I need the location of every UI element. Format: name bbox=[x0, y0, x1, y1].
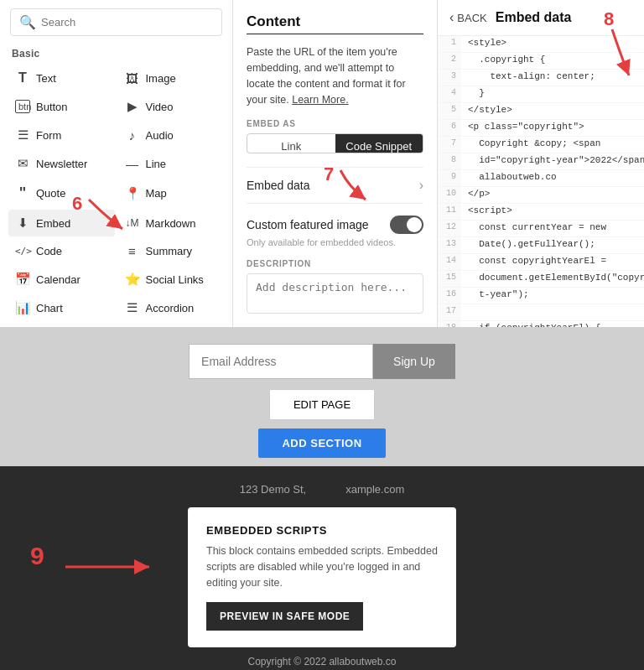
search-bar[interactable]: 🔍 bbox=[10, 8, 222, 36]
code-line-4: 4 } bbox=[438, 86, 644, 103]
embed-link-btn[interactable]: Link bbox=[247, 134, 335, 152]
arrow-9 bbox=[65, 550, 166, 584]
block-social-links[interactable]: ⭐ Social Links bbox=[118, 266, 225, 293]
panel-divider bbox=[247, 34, 423, 34]
mid-content: Sign Up EDIT PAGE ADD SECTION bbox=[0, 327, 644, 466]
code-line-10: 10</p> bbox=[438, 187, 644, 204]
block-summary-label: Summary bbox=[146, 245, 193, 257]
footer-address: 123 Demo St, xample.com bbox=[240, 483, 405, 496]
block-audio[interactable]: ♪ Audio bbox=[118, 122, 225, 148]
right-panel-title: Embed data bbox=[496, 10, 572, 25]
left-panel: 🔍 Basic T Text 🖼 Image btn Button bbox=[0, 0, 233, 327]
quote-icon: " bbox=[15, 184, 30, 202]
featured-subtext: Only available for embedded videos. bbox=[247, 237, 423, 247]
block-audio-label: Audio bbox=[146, 129, 174, 142]
block-code-label: Code bbox=[36, 245, 62, 257]
block-markdown[interactable]: ↓M Markdown bbox=[118, 210, 225, 236]
email-signup-row: Sign Up bbox=[189, 344, 455, 379]
block-embed-label: Embed bbox=[36, 217, 70, 230]
right-panel: ‹ BACK Embed data 1<style> 2 .copyright … bbox=[438, 0, 644, 327]
block-markdown-label: Markdown bbox=[146, 217, 196, 230]
block-quote-label: Quote bbox=[36, 187, 65, 200]
block-quote[interactable]: " Quote bbox=[8, 179, 115, 208]
block-accordion-label: Accordion bbox=[146, 302, 195, 314]
block-newsletter-label: Newsletter bbox=[36, 158, 87, 170]
block-summary[interactable]: ≡ Summary bbox=[118, 238, 225, 264]
panel-description: Paste the URL of the item you're embeddi… bbox=[247, 44, 423, 107]
code-line-3: 3 text-align: center; bbox=[438, 70, 644, 86]
code-line-18: 18 if (copyrightYearEl) { bbox=[438, 321, 644, 327]
embed-as-label: EMBED AS bbox=[247, 119, 423, 128]
annotation-9: 9 bbox=[30, 542, 44, 570]
embed-code-btn[interactable]: Code Snippet bbox=[335, 134, 423, 152]
description-label: DESCRIPTION bbox=[247, 259, 423, 268]
preview-safe-button[interactable]: PREVIEW IN SAFE MODE bbox=[206, 602, 363, 631]
code-line-17: 17 bbox=[438, 304, 644, 321]
block-newsletter[interactable]: ✉ Newsletter bbox=[8, 150, 115, 177]
block-chart[interactable]: 📊 Chart bbox=[8, 294, 115, 321]
add-section-button-mid[interactable]: ADD SECTION bbox=[258, 428, 385, 458]
block-form[interactable]: ☰ Form bbox=[8, 122, 115, 148]
embed-data-label: Embed data bbox=[247, 179, 310, 192]
block-video[interactable]: ▶ Video bbox=[118, 93, 225, 120]
block-video-label: Video bbox=[146, 101, 174, 113]
back-arrow-icon: ‹ bbox=[449, 10, 454, 25]
block-code[interactable]: </> Code bbox=[8, 238, 115, 264]
code-line-1: 1<style> bbox=[438, 36, 644, 53]
code-icon: </> bbox=[15, 246, 30, 257]
chevron-right-icon: › bbox=[419, 178, 423, 193]
block-button-label: Button bbox=[36, 101, 68, 113]
embed-data-row[interactable]: Embed data › bbox=[247, 167, 423, 204]
modal-description: This block contains embedded scripts. Em… bbox=[206, 543, 438, 590]
featured-image-toggle[interactable] bbox=[390, 216, 423, 234]
audio-icon: ♪ bbox=[125, 128, 140, 143]
search-input[interactable] bbox=[41, 16, 213, 29]
code-line-6: 6<p class="copyright"> bbox=[438, 120, 644, 137]
block-embed[interactable]: ⬇ Embed bbox=[8, 210, 115, 236]
code-line-11: 11<script> bbox=[438, 204, 644, 221]
modal-title: EMBEDDED SCRIPTS bbox=[206, 524, 438, 537]
block-social-links-label: Social Links bbox=[146, 273, 204, 286]
description-input[interactable] bbox=[247, 273, 423, 314]
markdown-icon: ↓M bbox=[125, 217, 140, 229]
block-calendar-label: Calendar bbox=[36, 273, 80, 286]
code-view: 1<style> 2 .copyright { 3 text-align: ce… bbox=[438, 36, 644, 327]
back-button[interactable]: ‹ BACK bbox=[449, 10, 487, 25]
video-icon: ▶ bbox=[125, 99, 140, 114]
form-icon: ☰ bbox=[15, 127, 30, 143]
code-line-16: 16 t-year"); bbox=[438, 288, 644, 304]
blocks-grid: T Text 🖼 Image btn Button ▶ Video bbox=[0, 65, 232, 321]
block-text[interactable]: T Text bbox=[8, 65, 115, 91]
accordion-icon: ☰ bbox=[125, 300, 140, 315]
line-icon: — bbox=[125, 157, 140, 171]
signup-button[interactable]: Sign Up bbox=[373, 344, 455, 379]
edit-page-button[interactable]: EDIT PAGE bbox=[269, 389, 375, 420]
block-map[interactable]: 📍 Map bbox=[118, 179, 225, 208]
embedded-scripts-modal: EMBEDDED SCRIPTS This block contains emb… bbox=[188, 507, 456, 647]
chart-icon: 📊 bbox=[15, 300, 30, 315]
block-image-label: Image bbox=[146, 72, 176, 85]
code-line-7: 7 Copyright &copy; <span bbox=[438, 137, 644, 153]
code-line-12: 12 const currentYear = new bbox=[438, 221, 644, 237]
summary-icon: ≡ bbox=[125, 244, 140, 258]
button-icon: btn bbox=[15, 100, 30, 113]
block-form-label: Form bbox=[36, 129, 61, 142]
featured-image-label: Custom featured image bbox=[247, 218, 369, 231]
block-calendar[interactable]: 📅 Calendar bbox=[8, 266, 115, 293]
email-input[interactable] bbox=[189, 344, 373, 379]
block-image[interactable]: 🖼 Image bbox=[118, 65, 225, 91]
learn-more-link[interactable]: Learn More. bbox=[292, 94, 348, 106]
footer-section: 123 Demo St, xample.com EMBEDDED SCRIPTS… bbox=[0, 466, 644, 670]
block-accordion[interactable]: ☰ Accordion bbox=[118, 294, 225, 321]
code-line-13: 13 Date().getFullYear(); bbox=[438, 237, 644, 254]
code-line-2: 2 .copyright { bbox=[438, 53, 644, 70]
block-line[interactable]: — Line bbox=[118, 150, 225, 177]
panel-title: Content bbox=[247, 13, 423, 30]
featured-image-row: Custom featured image bbox=[247, 216, 423, 234]
footer-copyright: Copyright © 2022 allaboutweb.co bbox=[248, 656, 397, 667]
block-button[interactable]: btn Button bbox=[8, 93, 115, 120]
search-icon: 🔍 bbox=[19, 14, 36, 30]
section-label: Basic bbox=[0, 44, 232, 65]
embed-icon: ⬇ bbox=[15, 216, 30, 231]
embed-toggle-row: Link Code Snippet bbox=[247, 133, 423, 153]
